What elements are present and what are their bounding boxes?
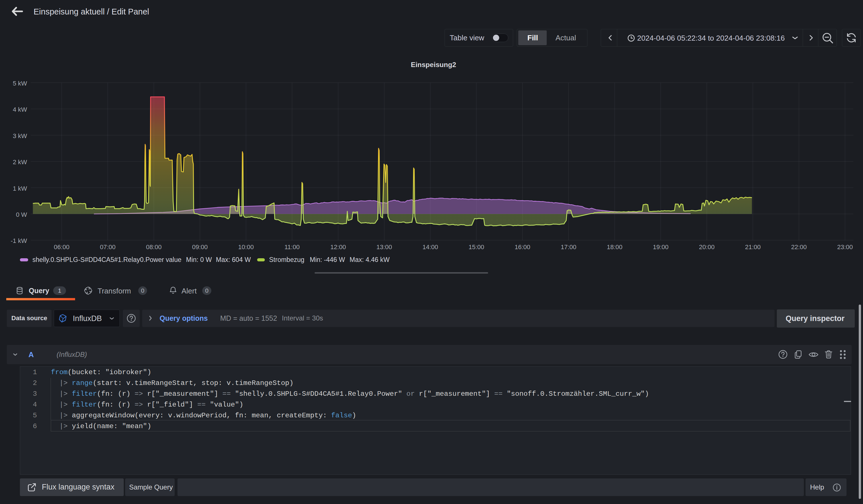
svg-text:13:00: 13:00: [376, 244, 392, 250]
svg-text:3 kW: 3 kW: [13, 132, 27, 140]
svg-text:16:00: 16:00: [515, 244, 530, 250]
svg-text:18:00: 18:00: [607, 244, 622, 250]
svg-text:Strombezug: Strombezug: [269, 256, 304, 263]
svg-text:Einspeisung2: Einspeisung2: [411, 61, 456, 68]
svg-text:20:00: 20:00: [699, 244, 714, 250]
svg-text:Max: 4.46 kW: Max: 4.46 kW: [350, 256, 390, 263]
svg-text:08:00: 08:00: [146, 244, 162, 250]
svg-text:09:00: 09:00: [192, 244, 208, 250]
svg-text:Max: 604 W: Max: 604 W: [216, 256, 251, 263]
svg-text:19:00: 19:00: [653, 244, 668, 250]
svg-text:17:00: 17:00: [561, 244, 576, 250]
svg-text:Min: 0 W: Min: 0 W: [186, 256, 212, 263]
svg-text:2 kW: 2 kW: [13, 158, 27, 166]
svg-text:Min: -446 W: Min: -446 W: [310, 256, 345, 263]
svg-text:1 kW: 1 kW: [13, 185, 27, 192]
svg-text:5 kW: 5 kW: [13, 80, 27, 87]
svg-text:06:00: 06:00: [54, 244, 70, 250]
svg-text:07:00: 07:00: [100, 244, 115, 250]
svg-text:15:00: 15:00: [468, 244, 484, 250]
svg-text:14:00: 14:00: [422, 244, 438, 250]
svg-text:11:00: 11:00: [285, 244, 300, 250]
svg-text:21:00: 21:00: [745, 244, 761, 250]
svg-text:0 W: 0 W: [16, 211, 27, 218]
svg-text:shelly.0.SHPLG-S#DD4CA5#1.Rela: shelly.0.SHPLG-S#DD4CA5#1.Relay0.Power v…: [33, 256, 182, 263]
svg-text:10:00: 10:00: [238, 244, 254, 250]
svg-text:4 kW: 4 kW: [13, 106, 27, 113]
svg-text:23:00: 23:00: [837, 244, 853, 250]
svg-text:12:00: 12:00: [330, 244, 346, 250]
svg-text:-1 kW: -1 kW: [11, 237, 27, 244]
svg-text:22:00: 22:00: [791, 244, 807, 250]
